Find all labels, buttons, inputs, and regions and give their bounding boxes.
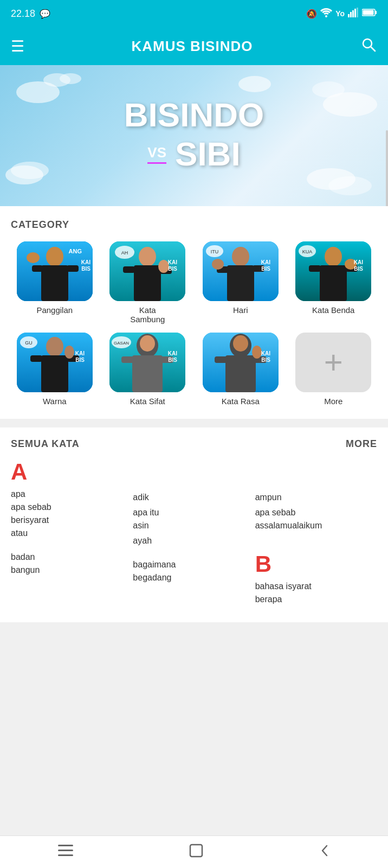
cloud-decoration [312, 81, 345, 98]
category-name-kata-sifat: Kata Sifat [130, 397, 165, 406]
search-icon[interactable] [360, 36, 377, 57]
letter-b: B [255, 551, 372, 578]
svg-rect-53 [41, 355, 68, 392]
category-item-kata-benda[interactable]: KUA KAI BIS Kata Benda [290, 241, 378, 324]
svg-rect-74 [225, 355, 256, 392]
semua-kata-more[interactable]: MORE [346, 438, 377, 450]
word-item[interactable]: apa sebab [255, 506, 372, 519]
category-item-panggilan[interactable]: ANG KAI BIS Panggilan [11, 241, 99, 324]
svg-rect-65 [121, 356, 134, 363]
svg-text:ITU: ITU [211, 249, 219, 254]
signal-icon: Yo [335, 9, 345, 18]
svg-text:BIS: BIS [75, 357, 85, 363]
battery-icon [362, 8, 377, 19]
app-title: KAMUS BISINDO [132, 38, 253, 55]
category-item-kata-sambung[interactable]: AH KAI BIS KataSambung [104, 241, 192, 324]
svg-text:KAI: KAI [168, 259, 177, 265]
word-item[interactable]: badan [11, 551, 127, 564]
svg-text:GASAN: GASAN [114, 341, 129, 346]
svg-point-56 [64, 346, 74, 359]
category-name-warna: Warna [43, 397, 67, 406]
words-col-3: ampun apa sebab assalamualaikum B bahasa… [255, 458, 377, 606]
svg-text:BIS: BIS [261, 266, 270, 272]
category-thumb-kata-benda: KUA KAI BIS [295, 241, 371, 301]
status-icons: 🔕 Yo [306, 8, 377, 20]
word-item[interactable]: bangun [11, 564, 127, 577]
svg-rect-43 [320, 265, 347, 301]
nav-menu-icon[interactable] [58, 845, 73, 860]
category-item-more[interactable]: + More [290, 333, 378, 406]
word-item[interactable]: apa sebab [11, 501, 127, 514]
banner-vs-row: VS SIBI [124, 136, 264, 173]
category-item-hari[interactable]: ITU KAI BIS Hari [197, 241, 284, 324]
app-bar: ☰ KAMUS BISINDO [0, 27, 388, 65]
category-thumb-panggilan: ANG KAI BIS [17, 241, 93, 301]
banner-bisindo-text: BISINDO [124, 97, 264, 133]
cloud-decoration [60, 73, 81, 84]
notification-icon: 🔕 [306, 9, 317, 19]
cloud-decoration [11, 162, 49, 179]
svg-text:KAI: KAI [354, 259, 363, 265]
svg-rect-83 [190, 845, 202, 857]
svg-point-17 [27, 252, 40, 263]
scroll-indicator[interactable] [386, 130, 388, 206]
banner-vs-text: VS [147, 144, 166, 164]
svg-rect-82 [58, 854, 73, 856]
word-item[interactable]: ayah [133, 534, 249, 547]
category-item-kata-sifat[interactable]: GASAN KAI BIS Kata Sifat [104, 333, 192, 406]
svg-rect-33 [227, 265, 254, 301]
word-item[interactable]: assalamualaikum [255, 519, 372, 532]
section-divider [0, 419, 388, 423]
category-name-kata-sambung: KataSambung [130, 305, 165, 324]
svg-text:KAI: KAI [261, 259, 270, 265]
svg-text:BIS: BIS [81, 266, 90, 272]
svg-rect-7 [363, 10, 374, 15]
svg-point-52 [46, 337, 63, 356]
category-thumb-kata-sifat: GASAN KAI BIS [109, 333, 185, 392]
svg-rect-14 [41, 265, 68, 301]
svg-rect-24 [123, 266, 135, 273]
svg-text:KAI: KAI [75, 350, 85, 356]
category-thumb-warna: GU KAI BIS [17, 333, 93, 392]
banner[interactable]: BISINDO VS SIBI [0, 65, 388, 206]
words-col-2: adik apa itu asin ayah bagaimana begadan… [133, 458, 255, 606]
svg-text:KUA: KUA [302, 249, 313, 254]
word-item[interactable]: ampun [255, 491, 372, 504]
svg-point-77 [252, 346, 262, 359]
nav-home-icon[interactable] [189, 844, 203, 861]
word-item[interactable]: berapa [255, 593, 372, 606]
category-name-kata-rasa: Kata Rasa [222, 397, 260, 406]
category-item-kata-rasa[interactable]: KAI BIS Kata Rasa [197, 333, 284, 406]
category-thumb-hari: ITU KAI BIS [203, 241, 279, 301]
svg-text:BIS: BIS [354, 266, 364, 272]
word-item[interactable]: atau [11, 527, 127, 540]
word-item[interactable]: berisyarat [11, 514, 127, 527]
cloud-decoration [328, 176, 372, 195]
category-name-panggilan: Panggilan [36, 305, 73, 315]
svg-point-32 [232, 247, 249, 266]
category-thumb-kata-sambung: AH KAI BIS [109, 241, 185, 301]
svg-text:KAI: KAI [81, 259, 90, 265]
svg-rect-80 [58, 845, 73, 846]
word-item[interactable]: apa itu [133, 506, 249, 519]
nav-back-icon[interactable] [319, 844, 330, 861]
whatsapp-icon: 💬 [40, 9, 50, 19]
svg-rect-64 [132, 355, 163, 392]
word-item[interactable]: begadang [133, 571, 249, 584]
svg-text:BIS: BIS [169, 266, 178, 272]
svg-rect-1 [348, 14, 350, 17]
svg-text:KAI: KAI [168, 350, 177, 356]
svg-text:AH: AH [121, 250, 128, 256]
more-thumb: + [295, 333, 371, 392]
category-section: CATEGORY [0, 206, 388, 419]
menu-icon[interactable]: ☰ [11, 37, 24, 55]
word-item[interactable]: bahasa isyarat [255, 580, 372, 593]
word-item[interactable]: bagaimana [133, 558, 249, 571]
word-item[interactable]: apa [11, 488, 127, 501]
category-item-warna[interactable]: GU KAI BIS Warna [11, 333, 99, 406]
svg-rect-8 [375, 11, 377, 14]
word-item[interactable]: asin [133, 519, 249, 532]
word-item[interactable]: adik [133, 491, 249, 504]
banner-text: BISINDO VS SIBI [124, 97, 264, 175]
svg-point-13 [46, 247, 63, 266]
